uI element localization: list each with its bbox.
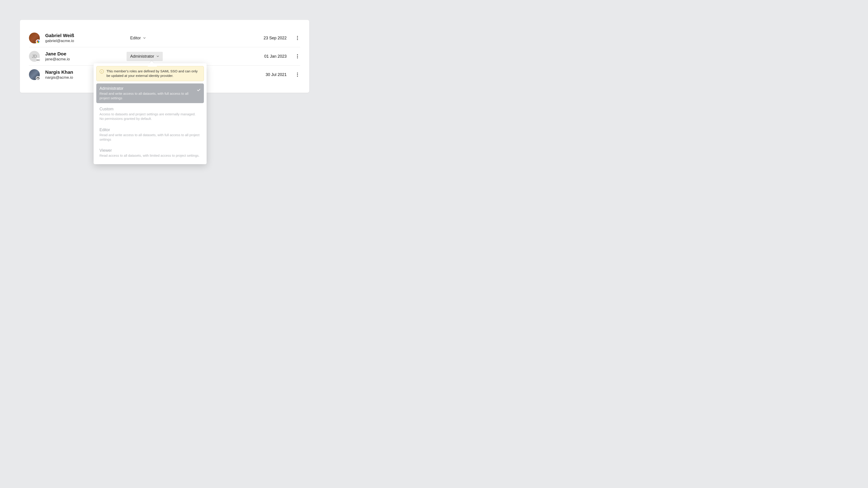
more-menu-button[interactable] <box>295 72 300 77</box>
chevron-down-icon <box>143 37 146 39</box>
option-title: Administrator <box>99 86 197 91</box>
info-icon: i <box>100 69 104 73</box>
role-label: Administrator <box>130 54 154 59</box>
option-title: Viewer <box>99 148 199 153</box>
member-email: gabriel@acme.io <box>45 38 122 43</box>
avatar <box>29 69 40 80</box>
member-name: Jane Doe <box>45 51 122 57</box>
member-row: Gabriel Weiß gabriel@acme.io Editor 23 S… <box>29 29 300 47</box>
member-email: jane@acme.io <box>45 57 122 62</box>
sso-notice: i This member's roles are defined by SAM… <box>96 66 204 81</box>
role-label: Editor <box>130 36 141 40</box>
role-option-administrator[interactable]: Administrator Read and write access to a… <box>96 84 204 103</box>
role-dropdown: i This member's roles are defined by SAM… <box>94 63 207 164</box>
option-desc: Access to datasets and project settings … <box>99 112 201 121</box>
check-icon <box>197 88 201 93</box>
chevron-down-icon <box>156 55 159 58</box>
avatar <box>29 33 40 43</box>
github-icon <box>36 76 40 81</box>
role-option-editor[interactable]: Editor Read and write access to all data… <box>96 125 204 145</box>
notice-text: This member's roles are defined by SAML … <box>106 69 200 78</box>
member-date: 23 Sep 2022 <box>241 36 287 40</box>
member-date: 01 Jan 2023 <box>241 54 287 59</box>
more-menu-button[interactable] <box>295 54 300 59</box>
option-desc: Read access to all datasets, with limite… <box>99 153 199 158</box>
option-title: Custom <box>99 107 201 112</box>
option-desc: Read and write access to all datasets, w… <box>99 91 197 101</box>
member-date: 30 Jul 2021 <box>241 72 287 77</box>
avatar: JD SSO <box>29 51 40 62</box>
member-row: JD SSO Jane Doe jane@acme.io Administrat… <box>29 47 300 66</box>
member-name: Gabriel Weiß <box>45 33 122 38</box>
member-identity: Jane Doe jane@acme.io <box>45 51 122 62</box>
role-option-custom[interactable]: Custom Access to datasets and project se… <box>96 104 204 124</box>
more-menu-button[interactable] <box>295 35 300 41</box>
role-selector[interactable]: Administrator <box>127 52 163 61</box>
sso-icon: SSO <box>36 58 40 62</box>
role-option-viewer[interactable]: Viewer Read access to all datasets, with… <box>96 145 204 160</box>
role-cell: Administrator <box>122 52 241 61</box>
google-icon <box>36 39 40 44</box>
option-desc: Read and write access to all datasets, w… <box>99 133 201 142</box>
role-cell: Editor <box>122 33 241 43</box>
option-title: Editor <box>99 127 201 132</box>
member-identity: Gabriel Weiß gabriel@acme.io <box>45 33 122 43</box>
role-selector[interactable]: Editor <box>127 33 149 43</box>
